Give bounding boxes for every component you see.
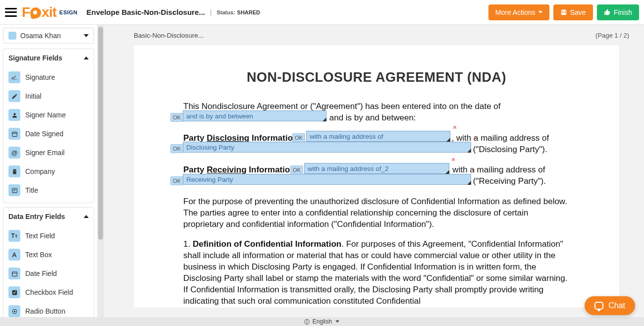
workspace: Osama Khan Signature Fields Signature In…	[0, 25, 644, 317]
envelope-title: Envelope Basic-Non-Disclosure...	[87, 8, 205, 16]
svg-rect-12	[15, 171, 15, 171]
field-date-signed[interactable]: Date Signed	[4, 124, 93, 143]
checkbox-icon	[8, 286, 20, 298]
globe-icon	[304, 319, 310, 325]
resize-handle[interactable]	[467, 181, 471, 185]
delete-field-button[interactable]: ×	[453, 123, 457, 131]
data-entry-fields-header[interactable]: Data Entry Fields	[3, 208, 94, 225]
brand-logo[interactable]: Fxit ESIGN	[22, 4, 78, 20]
resize-handle[interactable]	[467, 149, 471, 153]
field-radio[interactable]: Radio Button	[4, 302, 93, 317]
chevron-up-icon	[84, 215, 89, 218]
more-actions-button[interactable]: More Actions	[488, 4, 549, 20]
signer-selector[interactable]: Osama Khan	[3, 28, 94, 44]
chat-icon	[594, 302, 603, 310]
placed-field-label: with a mailing address of	[310, 133, 383, 140]
pencil-icon	[8, 90, 20, 102]
field-badge[interactable]: OK	[170, 144, 183, 153]
field-badge[interactable]: OK	[170, 113, 183, 122]
field-label: Initial	[25, 92, 42, 100]
resize-handle[interactable]	[445, 170, 449, 174]
svg-rect-4	[12, 132, 17, 136]
field-initial[interactable]: Initial	[4, 87, 93, 106]
field-label: Date Field	[25, 270, 57, 277]
menu-icon[interactable]	[5, 8, 17, 17]
panel-title: Signature Fields	[8, 54, 62, 62]
field-label: Signature	[25, 73, 55, 81]
placed-field-label: Disclosing Party	[186, 144, 234, 151]
field-label: Company	[25, 167, 55, 175]
delete-field-button[interactable]: ×	[451, 156, 455, 163]
doc-title: NON-DISCLOSURE AGREEMENT (NDA)	[183, 70, 570, 85]
field-label: Radio Button	[25, 307, 65, 315]
field-company[interactable]: Company	[4, 162, 93, 181]
finish-label: Finish	[614, 8, 632, 16]
field-badge[interactable]: OK	[292, 133, 305, 142]
svg-rect-1	[562, 10, 565, 11]
scrollbar-thumb[interactable]	[98, 27, 103, 240]
chat-button[interactable]: Chat	[585, 296, 635, 315]
more-actions-label: More Actions	[495, 8, 536, 16]
svg-point-20	[13, 310, 15, 312]
chevron-up-icon	[84, 56, 89, 59]
resize-handle[interactable]	[446, 138, 450, 142]
datefield-icon	[8, 268, 20, 279]
field-label: Signer Email	[25, 149, 64, 157]
field-date-field[interactable]: Date Field	[4, 264, 93, 283]
brand-sub: ESIGN	[59, 9, 78, 15]
field-checkbox[interactable]: Checkbox Field	[4, 283, 93, 302]
field-text-box[interactable]: A Text Box	[4, 245, 93, 264]
field-label: Signer Name	[25, 111, 66, 119]
app-header: Fxit ESIGN Envelope Basic-Non-Disclosure…	[0, 0, 644, 25]
placed-field-disclosing-address[interactable]: Disclosing Party	[183, 142, 471, 153]
chevron-down-icon	[335, 321, 339, 323]
signer-name: Osama Khan	[20, 32, 84, 40]
doc-paragraph: 1. Definition of Confidential Informatio…	[183, 239, 570, 307]
language-selector[interactable]: English	[313, 318, 332, 325]
field-signer-email[interactable]: @ Signer Email	[4, 143, 93, 162]
title-icon	[8, 184, 20, 196]
field-label: Date Signed	[25, 130, 63, 138]
signature-fields-header[interactable]: Signature Fields	[3, 49, 94, 67]
textfield-icon: TT	[8, 230, 20, 242]
signature-icon	[8, 71, 20, 83]
doc-short-name: Basic-Non-Disclosure...	[134, 32, 204, 39]
textbox-icon: A	[8, 249, 20, 261]
finish-button[interactable]: Finish	[597, 4, 639, 20]
signature-fields-panel: Signature Fields Signature Initial Signe…	[3, 49, 94, 203]
placed-field-disclosing-name[interactable]: with a mailing address of	[306, 131, 450, 142]
fields-sidebar: Osama Khan Signature Fields Signature In…	[0, 25, 97, 317]
document-page[interactable]: NON-DISCLOSURE AGREEMENT (NDA) This Nond…	[134, 45, 619, 308]
placed-field-receiving-name[interactable]: with a mailing address of_2	[304, 163, 449, 174]
field-badge[interactable]: OK	[170, 176, 183, 185]
canvas-header: Basic-Non-Disclosure... (Page 1 / 2)	[104, 25, 644, 42]
field-title[interactable]: Title	[4, 181, 93, 200]
field-badge[interactable]: OK	[290, 165, 303, 174]
svg-rect-11	[13, 171, 14, 171]
field-text-field[interactable]: TT Text Field	[4, 226, 93, 245]
page-indicator: (Page 1 / 2)	[595, 32, 629, 39]
field-signer-name[interactable]: Signer Name	[4, 106, 93, 124]
divider: |	[210, 8, 212, 16]
svg-rect-16	[12, 272, 17, 276]
placed-field-receiving-address[interactable]: Receiving Party	[183, 174, 471, 185]
placed-field-date[interactable]: and is by and between	[183, 110, 326, 121]
status-label: Status:	[216, 9, 235, 15]
resize-handle[interactable]	[322, 117, 326, 121]
sidebar-scrollbar[interactable]	[97, 25, 104, 317]
status-value: SHARED	[237, 9, 260, 15]
save-button[interactable]: Save	[553, 4, 593, 20]
panel-title: Data Entry Fields	[8, 213, 65, 220]
field-label: Checkbox Field	[25, 288, 73, 296]
person-icon	[8, 109, 20, 121]
svg-rect-8	[13, 169, 16, 174]
document-canvas: Basic-Non-Disclosure... (Page 1 / 2) NON…	[104, 25, 644, 317]
placed-field-label: and is by and between	[186, 112, 253, 120]
at-icon: @	[8, 147, 20, 159]
field-signature[interactable]: Signature	[4, 68, 93, 87]
placed-field-label: with a mailing address of_2	[308, 165, 389, 172]
chevron-down-icon	[84, 34, 89, 37]
chat-label: Chat	[608, 301, 625, 310]
calendar-icon	[8, 128, 20, 140]
data-entry-fields-panel: Data Entry Fields TT Text Field A Text B…	[3, 207, 94, 317]
